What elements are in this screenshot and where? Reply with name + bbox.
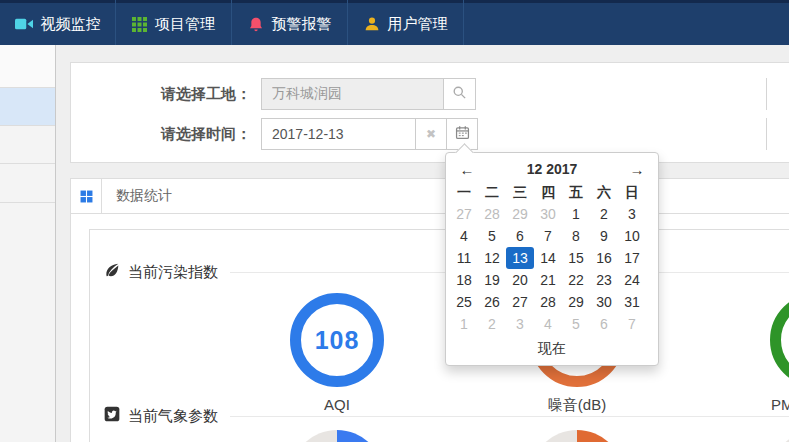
calendar-day[interactable]: 29 xyxy=(562,291,590,313)
app-window: 视频监控项目管理预警报警用户管理 请选择工地： 请选择时间： ✖ xyxy=(0,0,789,442)
sidebar-item-2[interactable] xyxy=(0,88,55,126)
calendar-day[interactable]: 31 xyxy=(618,291,646,313)
bell-icon xyxy=(248,16,264,33)
site-input[interactable] xyxy=(261,78,444,110)
calendar-day[interactable]: 27 xyxy=(506,291,534,313)
nav-item-2[interactable]: 项目管理 xyxy=(116,0,232,45)
calendar-day[interactable]: 15 xyxy=(562,247,590,269)
calendar-day[interactable]: 30 xyxy=(534,203,562,225)
calendar-day[interactable]: 3 xyxy=(506,313,534,335)
pollution-gauge-1: 108AQI xyxy=(267,293,407,413)
calendar-day[interactable]: 11 xyxy=(450,247,478,269)
calendar-day[interactable]: 27 xyxy=(450,203,478,225)
calendar-day[interactable]: 18 xyxy=(450,269,478,291)
calendar-day[interactable]: 1 xyxy=(562,203,590,225)
weather-gauge-1 xyxy=(290,430,384,442)
nav-item-1[interactable]: 视频监控 xyxy=(0,0,116,45)
nav-item-3[interactable]: 预警报警 xyxy=(232,0,348,45)
weather-gauge-2 xyxy=(530,430,624,442)
nav-item-label: 项目管理 xyxy=(155,15,215,34)
nav-item-label: 预警报警 xyxy=(272,15,332,34)
calendar-day[interactable]: 8 xyxy=(562,225,590,247)
th-large-icon xyxy=(71,179,102,213)
calendar-day[interactable]: 21 xyxy=(534,269,562,291)
calendar-day[interactable]: 7 xyxy=(534,225,562,247)
calendar-day[interactable]: 19 xyxy=(478,269,506,291)
calendar-day[interactable]: 14 xyxy=(534,247,562,269)
calendar-day[interactable]: 17 xyxy=(618,247,646,269)
calendar-day[interactable]: 2 xyxy=(590,203,618,225)
calendar-day[interactable]: 24 xyxy=(618,269,646,291)
gauge-value: 108 xyxy=(315,326,360,355)
calendar-day[interactable]: 4 xyxy=(450,225,478,247)
section-divider xyxy=(230,416,789,417)
calendar-day[interactable]: 12 xyxy=(478,247,506,269)
calendar-grid: 2728293012345678910111213141516171819202… xyxy=(450,203,654,335)
video-icon xyxy=(15,17,33,31)
calendar-dayname: 日 xyxy=(618,181,646,203)
gauge-ring: 108 xyxy=(290,293,384,387)
calendar-dayname: 六 xyxy=(590,181,618,203)
calendar-icon xyxy=(455,125,470,144)
calendar-dayname: 三 xyxy=(506,181,534,203)
stats-card: 当前污染指数 108AQI噪音(dB)PM2.5(μg/m³) 当前气象参数 xyxy=(89,229,789,442)
datepicker-popup: ← 12 2017 → 一二三四五六日 27282930123456789101… xyxy=(445,152,659,366)
pollution-gauge-3: PM2.5(μg/m³) xyxy=(747,293,789,413)
calendar-day[interactable]: 6 xyxy=(590,313,618,335)
calendar-day[interactable]: 10 xyxy=(618,225,646,247)
stats-panel-header: 数据统计 xyxy=(71,179,789,214)
stats-panel-title: 数据统计 xyxy=(102,179,172,213)
search-icon xyxy=(452,85,467,104)
form-divider xyxy=(766,78,767,110)
nav-item-label: 用户管理 xyxy=(388,15,448,34)
weather-gauge-3 xyxy=(770,430,789,442)
calendar-day[interactable]: 25 xyxy=(450,291,478,313)
time-label: 请选择时间： xyxy=(71,125,251,144)
sidebar-item-1[interactable] xyxy=(0,45,55,88)
nav-item-4[interactable]: 用户管理 xyxy=(348,0,464,45)
calendar-title: 12 2017 xyxy=(484,161,620,177)
calendar-dayname: 四 xyxy=(534,181,562,203)
site-search-button[interactable] xyxy=(443,78,476,110)
stats-panel: 数据统计 当前污染指数 108AQI噪音(dB)PM2.5(μg/m³) 当前气… xyxy=(70,178,789,442)
form-divider xyxy=(766,118,767,150)
leaf-icon xyxy=(104,262,120,282)
calendar-day[interactable]: 30 xyxy=(590,291,618,313)
calendar-day[interactable]: 26 xyxy=(478,291,506,313)
calendar-day[interactable]: 5 xyxy=(478,225,506,247)
calendar-prev-button[interactable]: ← xyxy=(450,161,484,178)
calendar-next-button[interactable]: → xyxy=(620,161,654,178)
calendar-day[interactable]: 4 xyxy=(534,313,562,335)
navbar: 视频监控项目管理预警报警用户管理 xyxy=(0,0,789,45)
user-icon xyxy=(364,16,380,32)
calendar-day[interactable]: 28 xyxy=(478,203,506,225)
pollution-section-title: 当前污染指数 xyxy=(128,263,218,282)
grid-icon xyxy=(132,17,147,32)
weather-section-title: 当前气象参数 xyxy=(128,407,218,426)
calendar-day[interactable]: 6 xyxy=(506,225,534,247)
calendar-day[interactable]: 7 xyxy=(618,313,646,335)
calendar-day-selected[interactable]: 13 xyxy=(506,247,534,269)
calendar-day[interactable]: 5 xyxy=(562,313,590,335)
calendar-day[interactable]: 29 xyxy=(506,203,534,225)
date-clear-button[interactable]: ✖ xyxy=(415,118,447,150)
clear-icon: ✖ xyxy=(426,127,436,141)
calendar-day[interactable]: 28 xyxy=(534,291,562,313)
weather-bird-icon xyxy=(104,406,120,426)
calendar-day[interactable]: 16 xyxy=(590,247,618,269)
sidebar-item-3[interactable] xyxy=(0,126,55,164)
calendar-day[interactable]: 9 xyxy=(590,225,618,247)
calendar-today-button[interactable]: 现在 xyxy=(450,335,654,361)
calendar-day[interactable]: 1 xyxy=(450,313,478,335)
calendar-day[interactable]: 22 xyxy=(562,269,590,291)
calendar-dayname: 二 xyxy=(478,181,506,203)
date-input[interactable] xyxy=(261,118,416,150)
calendar-dayname: 一 xyxy=(450,181,478,203)
calendar-day[interactable]: 20 xyxy=(506,269,534,291)
sidebar-item-4[interactable] xyxy=(0,164,55,203)
gauge-ring xyxy=(770,293,789,387)
calendar-day[interactable]: 2 xyxy=(478,313,506,335)
calendar-day[interactable]: 23 xyxy=(590,269,618,291)
calendar-day[interactable]: 3 xyxy=(618,203,646,225)
calendar-day-headers: 一二三四五六日 xyxy=(450,181,654,203)
